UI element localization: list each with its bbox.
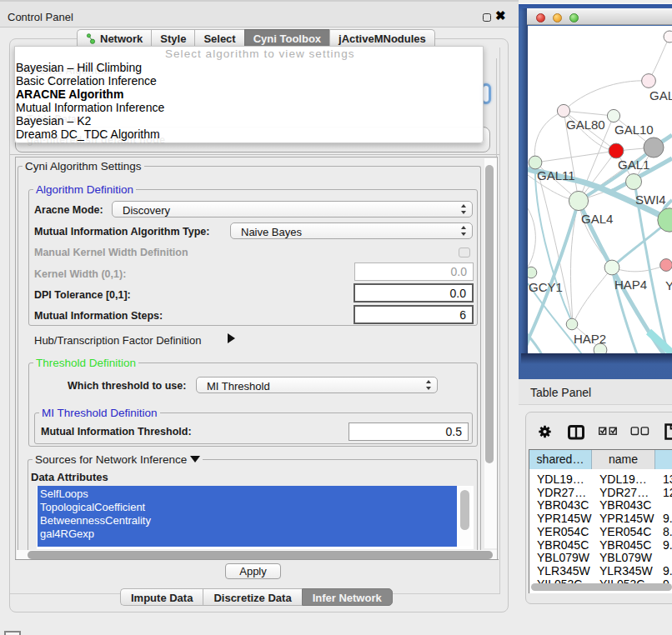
svg-text:GAL80: GAL80: [566, 118, 605, 132]
svg-text:GAL: GAL: [649, 88, 672, 102]
svg-text:Y: Y: [665, 278, 672, 292]
svg-text:HAP2: HAP2: [574, 332, 606, 346]
svg-text:HAP4: HAP4: [614, 278, 647, 292]
svg-text:SWI4: SWI4: [635, 192, 666, 207]
svg-text:GAL4: GAL4: [581, 212, 613, 226]
svg-text:GAL1: GAL1: [618, 158, 649, 172]
svg-text:GCY1: GCY1: [529, 280, 563, 294]
svg-text:GAL11: GAL11: [537, 168, 575, 182]
svg-text:GAL10: GAL10: [614, 122, 654, 137]
